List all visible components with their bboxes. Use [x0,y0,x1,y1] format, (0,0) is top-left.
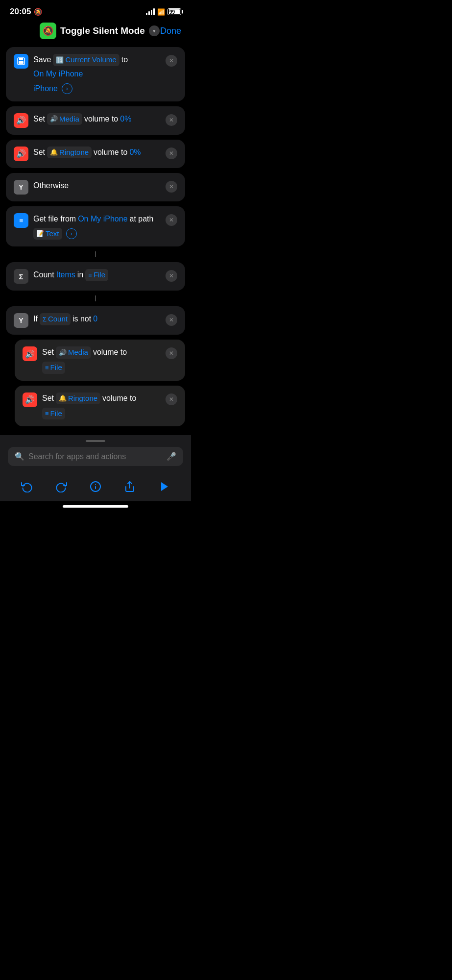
file-pill-2[interactable]: ≡ File [42,362,65,374]
zero-percent-label-2: 0% [129,147,141,158]
is-not-label: is not [72,313,91,325]
media-pill[interactable]: 🔊 Media [47,113,82,125]
close-count-button[interactable]: ✕ [166,270,177,282]
close-if-button[interactable]: ✕ [166,314,177,326]
connector-line-2 [95,295,96,301]
otherwise-icon: Y [14,180,28,195]
count-items-body: Count Items in ≡ File [33,269,161,281]
svg-rect-1 [19,58,23,60]
save-icon [14,54,28,69]
file-icon: ≡ [14,213,28,228]
close-set-ringtone-button[interactable]: ✕ [166,147,177,159]
current-volume-pill[interactable]: 🔢 Current Volume [53,54,119,66]
play-button[interactable] [154,477,174,496]
ringtone-pill-2[interactable]: 🔔 Ringtone [56,392,100,405]
share-button[interactable] [120,477,140,496]
on-my-iphone-label[interactable]: On My iPhone [33,68,83,80]
save-label: Save [33,54,51,66]
connector-line-1 [95,251,96,257]
chevron-down-icon[interactable]: ▾ [149,25,160,36]
status-time: 20:05 [10,7,31,17]
close-save-volume-button[interactable]: ✕ [166,55,177,67]
done-button[interactable]: Done [160,26,181,36]
expand-arrow-icon[interactable]: › [62,83,72,94]
set-media-body: Set 🔊 Media volume to 0% [33,113,161,125]
at-path-label: at path [130,213,154,225]
search-input[interactable] [28,452,163,461]
if-count-body: If Σ Count is not 0 [33,313,161,325]
close-set-ringtone-file-button[interactable]: ✕ [166,393,177,405]
count-pill[interactable]: Σ Count [40,313,71,325]
search-bar[interactable]: 🔍 🎤 [8,447,183,466]
svg-rect-2 [19,61,24,64]
volume-pill-icon: 🔢 [56,55,64,65]
count-pill-label: Count [48,314,68,325]
expand-text-icon[interactable]: › [66,228,77,239]
speaker-icon-3: 🔊 [23,346,37,361]
speaker-icon-2: 🔊 [14,147,28,161]
on-my-iphone-2-label[interactable]: On My iPhone [78,213,127,225]
otherwise-card: Y Otherwise ✕ [6,173,185,201]
text-label: Text [46,228,59,240]
page-title: Toggle Silent Mode [60,25,145,36]
set-media-file-body: Set 🔊 Media volume to ≡ File [42,346,161,374]
bell-icon-2: 🔔 [59,393,67,403]
close-set-media-button[interactable]: ✕ [166,114,177,126]
set-ringtone-file-body: Set 🔔 Ringtone volume to ≡ File [42,392,161,420]
volume-to-label-3: volume to [93,346,127,358]
ringtone-pill[interactable]: 🔔 Ringtone [47,147,92,159]
set-label-2: Set [33,147,45,158]
search-section: 🔍 🎤 [0,435,191,471]
file-label-2: File [50,362,62,373]
redo-button[interactable] [51,477,71,496]
microphone-icon[interactable]: 🎤 [167,452,176,461]
otherwise-body: Otherwise [33,180,161,192]
speaker-icon-4: 🔊 [23,392,37,407]
count-items-card: Σ Count Items in ≡ File ✕ [6,262,185,291]
close-set-media-file-button[interactable]: ✕ [166,347,177,359]
file-pill[interactable]: ≡ File [85,269,108,281]
undo-button[interactable] [17,477,37,496]
status-bar: 20:05 🔕 📶 99 [0,0,191,20]
count-pill-icon: Σ [43,315,47,324]
close-otherwise-button[interactable]: ✕ [166,181,177,193]
wifi-icon: 📶 [157,8,165,16]
ringtone-label: Ringtone [59,147,89,158]
media-pill-2[interactable]: 🔊 Media [56,346,91,359]
speaker-icon: 🔊 [14,113,28,128]
set-ringtone-volume-card: 🔊 Set 🔔 Ringtone volume to 0% ✕ [6,140,185,168]
volume-to-label: volume to [84,113,118,125]
file-label-3: File [50,408,62,419]
text-pill[interactable]: 📝 Text [33,228,62,240]
set-ringtone-file-card: 🔊 Set 🔔 Ringtone volume to ≡ File ✕ [15,386,185,427]
mute-icon: 🔕 [34,8,42,16]
to-label: to [121,54,128,66]
set-label: Set [33,113,45,125]
volume-to-label-2: volume to [94,147,127,158]
get-file-body: Get file from On My iPhone at path 📝 Tex… [33,213,161,240]
file-pill-3[interactable]: ≡ File [42,408,65,420]
media-pill-icon: 🔊 [50,114,58,124]
otherwise-label: Otherwise [33,181,69,190]
header-center: 🔕 Toggle Silent Mode ▾ [40,23,160,39]
header: 🔕 Toggle Silent Mode ▾ Done [0,20,191,44]
file-label: File [94,270,105,281]
media-icon-2: 🔊 [59,348,67,358]
count-icon: Σ [14,269,28,284]
if-count-card: Y If Σ Count is not 0 ✕ [6,306,185,335]
ringtone-label-2: Ringtone [68,393,97,404]
app-icon: 🔕 [40,23,56,39]
set-ringtone-body: Set 🔔 Ringtone volume to 0% [33,147,161,159]
svg-marker-7 [161,482,168,491]
actions-list: Save 🔢 Current Volume to On My iPhone iP… [0,44,191,429]
zero-label: 0 [93,313,97,325]
count-label: Count [33,269,54,281]
info-button[interactable] [86,477,105,496]
file-icon-3: ≡ [45,409,49,418]
close-get-file-button[interactable]: ✕ [166,214,177,226]
get-file-card: ≡ Get file from On My iPhone at path 📝 T… [6,206,185,247]
get-file-label: Get file from [33,213,76,225]
bell-pill-icon: 🔔 [50,147,58,157]
set-label-4: Set [42,392,54,404]
volume-to-label-4: volume to [102,392,136,404]
